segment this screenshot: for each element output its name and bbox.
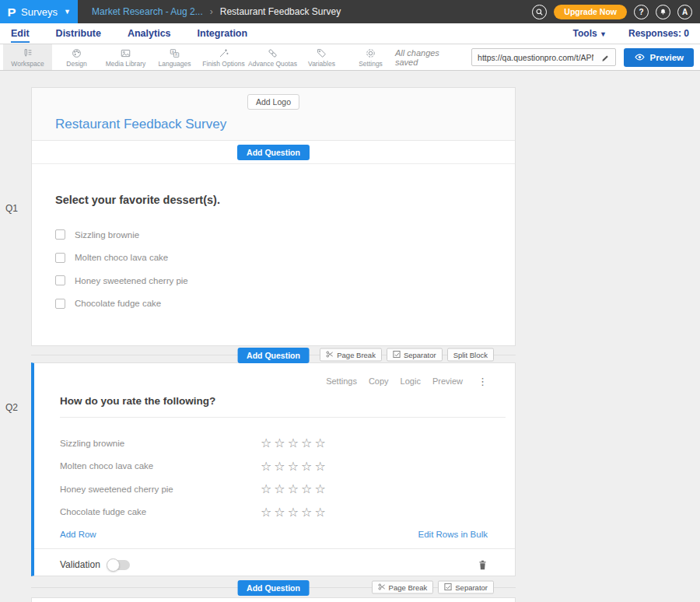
- survey-title[interactable]: Restaurant Feedback Survey: [55, 117, 515, 132]
- survey-header-section: Add Logo Restaurant Feedback Survey: [32, 88, 515, 141]
- preview-button[interactable]: Preview: [624, 48, 694, 67]
- add-row-link[interactable]: Add Row: [60, 530, 96, 539]
- scissors-icon: [326, 351, 334, 359]
- section-nav-right: Tools ▼ Responses: 0: [573, 28, 694, 39]
- toolbar-right: All changes saved Preview: [395, 44, 700, 70]
- add-question-button[interactable]: Add Question: [237, 145, 310, 160]
- surveys-product-switcher[interactable]: P Surveys ▼: [0, 0, 78, 23]
- q1-option-row[interactable]: Molten choco lava cake: [55, 247, 492, 270]
- star-rating-group[interactable]: ☆☆☆☆☆: [261, 459, 328, 474]
- tab-integration[interactable]: Integration: [198, 25, 248, 43]
- add-logo-button[interactable]: Add Logo: [247, 94, 299, 110]
- page-break-button[interactable]: Page Break: [320, 348, 382, 361]
- delete-question-button[interactable]: [478, 559, 488, 571]
- toolbar-item-design[interactable]: Design: [52, 44, 101, 70]
- q2-logic-button[interactable]: Logic: [401, 376, 421, 386]
- upgrade-now-button[interactable]: Upgrade Now: [554, 5, 627, 19]
- q1-option-row[interactable]: Sizzling brownie: [55, 223, 492, 247]
- star-rating-group[interactable]: ☆☆☆☆☆: [261, 436, 328, 450]
- add-question-strip-top: Add Question: [32, 141, 515, 164]
- page-break-button[interactable]: Page Break: [372, 580, 434, 593]
- search-button[interactable]: [532, 5, 547, 19]
- app-window: P Surveys ▼ Market Research - Aug 2... ›…: [0, 0, 700, 602]
- q1-option-row[interactable]: Honey sweetened cherry pie: [55, 269, 492, 292]
- rating-row-label[interactable]: Honey sweetened cherry pie: [60, 485, 261, 494]
- separator-button[interactable]: Separator: [438, 580, 494, 593]
- gear-icon: [364, 47, 377, 59]
- responses-count-link[interactable]: Responses: 0: [628, 28, 689, 39]
- q2-question-text[interactable]: How do you rate the following?: [60, 395, 215, 407]
- checkbox-icon[interactable]: [55, 299, 65, 309]
- block-divider-1: Add Question Page Break Separator Split …: [31, 346, 516, 362]
- block-divider-2: Add Question Page Break Separator: [31, 576, 516, 597]
- tag-icon: [315, 47, 328, 59]
- pencil-icon: [601, 53, 611, 62]
- scissors-icon: [378, 583, 386, 591]
- q2-preview-button[interactable]: Preview: [432, 376, 463, 386]
- add-question-button[interactable]: Add Question: [237, 580, 310, 596]
- toolbar-item-finish-options[interactable]: Finish Options: [199, 44, 248, 70]
- breadcrumb-folder-link[interactable]: Market Research - Aug 2...: [92, 6, 203, 17]
- toolbar-item-media-library[interactable]: Media Library: [101, 44, 150, 70]
- rating-row: Chocolate fudge cake ☆☆☆☆☆: [34, 501, 515, 524]
- chain-link-icon: [266, 47, 279, 59]
- section-tabs: Edit Distribute Analytics Integration: [6, 25, 247, 43]
- star-rating-group[interactable]: ☆☆☆☆☆: [261, 505, 328, 520]
- q2-row-links: Add Row Edit Rows in Bulk: [34, 523, 515, 539]
- q2-copy-button[interactable]: Copy: [369, 376, 389, 386]
- breadcrumb-separator: ›: [210, 6, 213, 17]
- add-question-button[interactable]: Add Question: [237, 348, 310, 363]
- q2-settings-button[interactable]: Settings: [326, 376, 357, 386]
- survey-url-field: [471, 48, 615, 66]
- workspace-pencil-icon: [21, 47, 34, 59]
- checkbox-icon[interactable]: [55, 229, 65, 240]
- notifications-button[interactable]: [656, 5, 670, 19]
- edit-url-button[interactable]: [597, 53, 615, 62]
- question-q1-block: Select your favorite dessert(s). Sizzlin…: [32, 164, 515, 315]
- split-block-button[interactable]: Split Block: [447, 348, 494, 361]
- tab-edit[interactable]: Edit: [11, 25, 30, 43]
- q1-option-row[interactable]: Chocolate fudge cake: [55, 292, 492, 316]
- question-number-q1: Q1: [5, 203, 18, 214]
- question-q2-block-selected: Settings Copy Logic Preview ⋮ How do you…: [31, 362, 516, 576]
- separator-button[interactable]: Separator: [387, 348, 443, 361]
- q2-more-options-icon[interactable]: ⋮: [478, 376, 488, 387]
- questionpro-logo-icon: P: [7, 5, 16, 19]
- bell-icon: [659, 8, 667, 16]
- product-name: Surveys: [21, 6, 58, 18]
- toolbar-item-languages[interactable]: aA Languages: [150, 44, 199, 70]
- tools-menu[interactable]: Tools ▼: [573, 28, 607, 39]
- divider-actions: Page Break Separator Split Block: [320, 348, 494, 361]
- image-icon: [119, 47, 132, 59]
- star-rating-group[interactable]: ☆☆☆☆☆: [261, 481, 328, 496]
- rating-row-label[interactable]: Molten choco lava cake: [60, 461, 261, 471]
- separator-check-icon: [393, 351, 401, 359]
- top-navbar: P Surveys ▼ Market Research - Aug 2... ›…: [0, 0, 700, 23]
- validation-toggle-off[interactable]: [107, 560, 130, 570]
- rating-row: Molten choco lava cake ☆☆☆☆☆: [34, 455, 515, 478]
- rating-row-label[interactable]: Chocolate fudge cake: [60, 507, 261, 516]
- q1-options: Sizzling brownie Molten choco lava cake …: [55, 223, 492, 315]
- survey-url-input[interactable]: [472, 53, 596, 62]
- editor-toolbar: Workspace Design Media Library aA Langua…: [0, 44, 700, 71]
- toolbar-item-settings[interactable]: Settings: [346, 44, 395, 70]
- palette-icon: [70, 47, 83, 59]
- rating-row-label[interactable]: Sizzling brownie: [60, 439, 261, 448]
- toolbar-item-variables[interactable]: Variables: [297, 44, 346, 70]
- eye-icon: [634, 53, 646, 61]
- checkbox-icon[interactable]: [55, 253, 65, 263]
- toolbar-item-advance-quotas[interactable]: Advance Quotas: [248, 44, 297, 70]
- help-button[interactable]: ?: [634, 5, 649, 19]
- svg-text:A: A: [175, 53, 177, 57]
- tab-distribute[interactable]: Distribute: [56, 25, 101, 43]
- checkbox-icon[interactable]: [55, 275, 65, 285]
- toolbar-item-workspace[interactable]: Workspace: [3, 44, 52, 70]
- account-avatar[interactable]: A: [677, 5, 692, 19]
- section-nav: Edit Distribute Analytics Integration To…: [0, 23, 700, 44]
- trash-icon: [478, 559, 488, 571]
- tab-analytics[interactable]: Analytics: [128, 25, 171, 43]
- magic-wand-icon: [217, 47, 230, 59]
- survey-block-1: Add Logo Restaurant Feedback Survey Add …: [31, 87, 516, 346]
- edit-rows-in-bulk-link[interactable]: Edit Rows in Bulk: [418, 530, 488, 539]
- q1-question-text[interactable]: Select your favorite dessert(s).: [55, 194, 492, 206]
